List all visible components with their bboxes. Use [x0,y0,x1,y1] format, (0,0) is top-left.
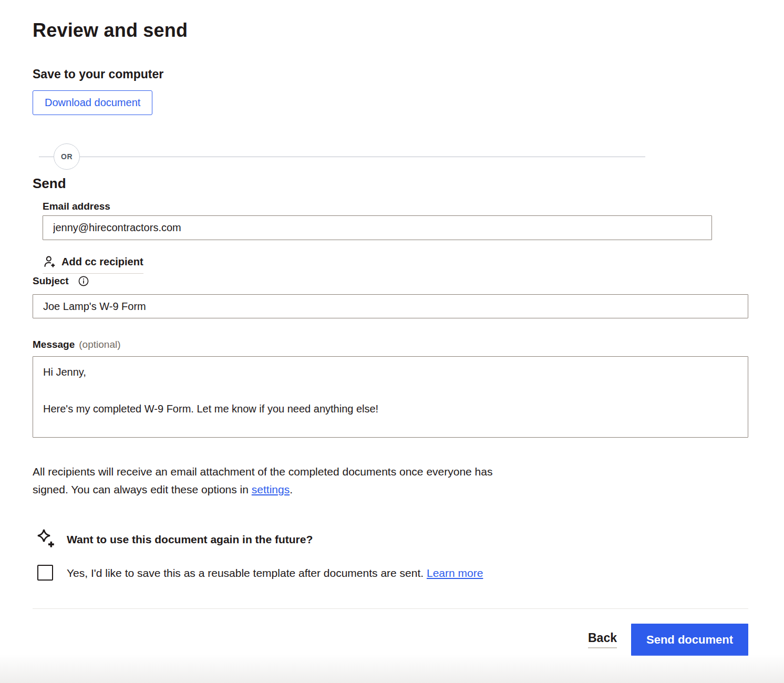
subject-label: Subject [33,275,69,287]
or-divider: OR [33,143,748,170]
email-address-label: Email address [43,201,110,212]
send-document-button[interactable]: Send document [631,624,748,656]
save-section: Save to your computer Download document [33,66,748,115]
save-template-label-text: Yes, I'd like to save this as a reusable… [67,567,427,579]
subject-label-row: Subject [33,275,748,287]
message-textarea[interactable]: Hi Jenny, Here's my completed W-9 Form. … [33,356,748,438]
back-button[interactable]: Back [588,631,617,648]
bottom-fade [0,654,784,683]
download-document-button[interactable]: Download document [33,90,152,115]
add-cc-recipient-link[interactable]: Add cc recipient [43,255,143,274]
email-field-group: Email address [43,200,712,240]
subject-input[interactable] [33,294,748,318]
reuse-question-row: Want to use this document again in the f… [33,528,748,550]
page-title: Review and send [33,19,748,42]
save-template-checkbox[interactable] [37,565,53,581]
message-label-row: Message (optional) [33,338,748,351]
add-cc-recipient-label: Add cc recipient [61,255,143,268]
footer-actions: Back Send document [33,624,748,656]
divider-line-left [39,157,54,157]
person-plus-icon [43,255,57,269]
send-section-heading: Send [33,175,748,192]
save-section-heading: Save to your computer [33,66,748,82]
learn-more-link[interactable]: Learn more [427,567,483,579]
email-address-input[interactable] [43,215,712,240]
recipients-note-period: . [290,483,293,495]
message-label: Message [33,338,75,351]
footer-divider [33,608,748,609]
reuse-question-text: Want to use this document again in the f… [67,532,313,546]
sparkle-plus-icon [35,528,56,550]
message-optional-hint: (optional) [79,339,120,350]
recipients-note: All recipients will receive an email att… [33,463,516,499]
review-and-send-page: Review and send Save to your computer Do… [0,0,784,656]
save-template-label: Yes, I'd like to save this as a reusable… [67,566,483,580]
settings-link[interactable]: settings [252,483,290,495]
save-template-row: Yes, I'd like to save this as a reusable… [33,565,748,581]
or-badge: OR [54,143,80,170]
info-icon[interactable] [78,276,89,286]
divider-line-right [80,157,645,157]
